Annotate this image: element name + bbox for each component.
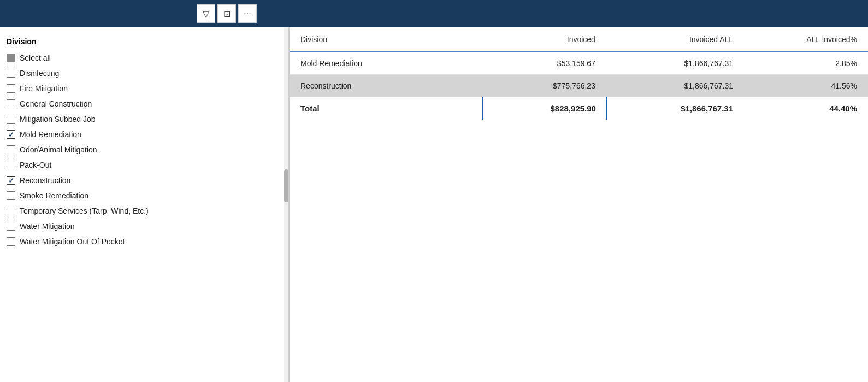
checkbox-select-all[interactable] [7,54,15,62]
checkbox-temporary-services[interactable] [7,207,15,215]
cell-division-mold-remediation: Mold Remediation [290,52,482,75]
scrollbar-track [284,27,288,382]
checkbox-smoke-remediation[interactable] [7,191,15,200]
filter-item-water-mitigation-oop[interactable]: Water Mitigation Out Of Pocket [0,234,288,249]
filter-label-general-construction: General Construction [20,99,92,108]
expand-button[interactable]: ⊡ [217,4,236,23]
more-button[interactable]: ··· [238,4,257,23]
filter-item-mitigation-subbed-job[interactable]: Mitigation Subbed Job [0,111,288,127]
col-header-invoiced: Invoiced [482,27,606,52]
filter-item-select-all[interactable]: Select all [0,50,288,66]
filter-label-water-mitigation-oop: Water Mitigation Out Of Pocket [20,237,125,246]
filter-label-temporary-services: Temporary Services (Tarp, Wind, Etc.) [20,207,149,215]
table-header-row: Division Invoiced Invoiced ALL ALL Invoi… [290,27,868,52]
filter-label-mitigation-subbed-job: Mitigation Subbed Job [20,115,96,124]
filter-icon: ▽ [203,9,209,19]
filter-label-disinfecting: Disinfecting [20,69,59,78]
cell-invoiced-all-reconstruction: $1,866,767.31 [606,75,744,97]
filter-label-reconstruction: Reconstruction [20,176,70,185]
col-header-all-invoiced-pct: ALL Invoiced% [744,27,868,52]
checkbox-water-mitigation-oop[interactable] [7,237,15,246]
checkbox-pack-out[interactable] [7,161,15,169]
cell-invoiced-mold-remediation: $53,159.67 [482,52,606,75]
data-panel: Division Invoiced Invoiced ALL ALL Invoi… [290,27,868,382]
cell-pct-mold-remediation: 2.85% [744,52,868,75]
cell-invoiced-total: $828,925.90 [482,97,606,120]
filter-label-select-all: Select all [20,54,51,62]
filter-item-pack-out[interactable]: Pack-Out [0,157,288,173]
table-row-reconstruction: Reconstruction $775,766.23 $1,866,767.31… [290,75,868,97]
expand-icon: ⊡ [223,9,231,19]
filter-item-water-mitigation[interactable]: Water Mitigation [0,219,288,234]
checkbox-water-mitigation[interactable] [7,222,15,231]
top-bar [0,0,868,27]
checkbox-disinfecting[interactable] [7,69,15,78]
filter-label-smoke-remediation: Smoke Remediation [20,191,88,200]
more-icon: ··· [244,9,251,19]
filter-panel: Division Select all Disinfecting Fire Mi… [0,27,290,382]
filter-label-pack-out: Pack-Out [20,161,51,169]
filter-item-general-construction[interactable]: General Construction [0,96,288,111]
cell-pct-reconstruction: 41.56% [744,75,868,97]
filter-item-mold-remediation[interactable]: Mold Remediation [0,127,288,142]
checkbox-fire-mitigation[interactable] [7,84,15,93]
filter-panel-header: Division [0,34,288,50]
filter-item-disinfecting[interactable]: Disinfecting [0,66,288,81]
cell-division-total: Total [290,97,482,120]
table-row-mold-remediation: Mold Remediation $53,159.67 $1,866,767.3… [290,52,868,75]
filter-button[interactable]: ▽ [197,4,215,23]
data-table: Division Invoiced Invoiced ALL ALL Invoi… [290,27,868,120]
cell-pct-total: 44.40% [744,97,868,120]
filter-label-fire-mitigation: Fire Mitigation [20,84,68,93]
filter-item-smoke-remediation[interactable]: Smoke Remediation [0,188,288,203]
filter-label-water-mitigation: Water Mitigation [20,222,75,231]
checkbox-reconstruction[interactable] [7,176,15,185]
table-row-total: Total $828,925.90 $1,866,767.31 44.40% [290,97,868,120]
filter-label-odor-animal-mitigation: Odor/Animal Mitigation [20,145,97,154]
filter-item-fire-mitigation[interactable]: Fire Mitigation [0,81,288,96]
cell-invoiced-all-total: $1,866,767.31 [606,97,744,120]
cell-invoiced-all-mold-remediation: $1,866,767.31 [606,52,744,75]
cell-invoiced-reconstruction: $775,766.23 [482,75,606,97]
checkbox-mitigation-subbed-job[interactable] [7,115,15,124]
checkbox-odor-animal-mitigation[interactable] [7,145,15,154]
filter-label-mold-remediation: Mold Remediation [20,130,81,139]
checkbox-mold-remediation[interactable] [7,130,15,139]
col-header-invoiced-all: Invoiced ALL [606,27,744,52]
checkbox-general-construction[interactable] [7,99,15,108]
col-header-division: Division [290,27,482,52]
filter-item-temporary-services[interactable]: Temporary Services (Tarp, Wind, Etc.) [0,203,288,219]
filter-item-odor-animal-mitigation[interactable]: Odor/Animal Mitigation [0,142,288,157]
filter-item-reconstruction[interactable]: Reconstruction [0,173,288,188]
scrollbar-thumb[interactable] [284,169,288,202]
cell-division-reconstruction: Reconstruction [290,75,482,97]
